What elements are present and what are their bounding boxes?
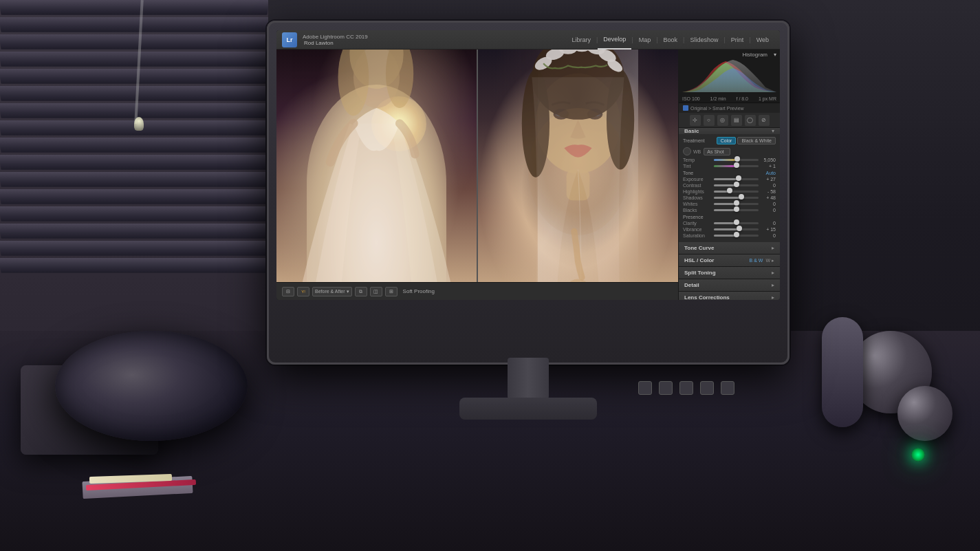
monitor-btn-1[interactable] [638,381,652,395]
clarity-value: 0 [761,221,776,226]
nav-map[interactable]: Map [633,30,657,50]
tone-curve-section[interactable]: Tone Curve ▸ [679,242,780,255]
monitor-stand-neck [508,358,549,399]
split-toning-section[interactable]: Split Toning ▸ [679,267,780,279]
contrast-track[interactable] [714,184,759,186]
basic-panel-content: Treatment Color Black & White WB As Shot [679,134,780,242]
monitor-btn-2[interactable] [659,381,673,395]
histogram-svg [682,58,776,92]
wb-picker-icon[interactable] [683,147,691,155]
nav-library[interactable]: Library [566,30,596,50]
compare-btn-1[interactable]: ⧉ [355,287,367,296]
basic-panel-arrow-icon: ▾ [772,128,774,134]
blind-slat [0,258,268,273]
nav-web[interactable]: Web [751,30,774,50]
lens-corrections-section[interactable]: Lens Corrections ▸ [679,292,780,300]
contrast-value: 0 [761,183,776,188]
tone-auto-btn[interactable]: Auto [766,171,776,175]
blind-slat [0,206,268,222]
highlights-thumb[interactable] [727,188,732,193]
channel-btn[interactable]: Y! [297,287,309,296]
detail-section[interactable]: Detail ▸ [679,279,780,292]
clarity-label: Clarity [683,221,712,226]
tint-fill [714,165,737,167]
detail-title: Detail [684,282,772,288]
blind-slat [0,224,268,239]
whites-value: 0 [761,202,776,206]
blacks-value: 0 [761,208,776,213]
hsl-color-section[interactable]: HSL / Color B & W W ▸ [679,255,780,267]
wb-dropdown[interactable]: As Shot [704,148,730,155]
exposure-track[interactable] [714,178,759,180]
before-after-dropdown[interactable]: Before & After ▾ [312,287,352,296]
adjustment-brush-tool[interactable]: ⊘ [759,115,770,126]
highlights-label: Highlights [683,189,712,194]
color-treatment-btn[interactable]: Color [717,137,737,144]
bride-svg-left [276,50,477,282]
shadows-track[interactable] [714,197,759,199]
temp-thumb[interactable] [734,156,740,162]
saturation-track[interactable] [714,235,759,237]
blacks-label: Blacks [683,208,712,213]
fstop-label: f / 8.0 [737,96,749,101]
basic-panel-header[interactable]: Basic ▾ [679,128,780,134]
photo-before [276,50,478,282]
hsl-sub-label: B & W [750,258,763,263]
tone-section: Tone Auto [683,171,776,175]
contrast-thumb[interactable] [734,182,739,187]
smart-preview-checkbox[interactable] [683,105,688,111]
nav-slideshow[interactable]: Slideshow [684,30,723,50]
shadows-thumb[interactable] [739,194,744,199]
nav-book[interactable]: Book [658,30,684,50]
bride-svg-right [478,50,678,282]
view-mode-btn[interactable]: ⊟ [282,287,294,296]
bw-treatment-btn[interactable]: Black & White [737,137,776,144]
logo-text: Lr [287,36,293,43]
crop-tool[interactable]: ⊹ [690,115,701,126]
lens-corrections-arrow-icon: ▸ [772,294,774,300]
tint-value: + 1 [761,164,776,169]
blind-slat [0,69,268,84]
treatment-row: Treatment Color Black & White [683,137,776,144]
graduated-filter-tool[interactable]: ▤ [731,115,742,126]
whites-track[interactable] [714,203,759,205]
lightroom-ui: Lr Adobe Lightroom CC 2019 Rod Lawton Li… [276,30,780,300]
lr-logo: Lr [282,32,297,47]
spot-removal-tool[interactable]: ○ [704,115,715,126]
tint-track[interactable] [714,165,759,167]
tint-slider-row: Tint + 1 [683,164,776,169]
tint-label: Tint [683,164,712,169]
vibrance-thumb[interactable] [737,226,742,231]
saturation-thumb[interactable] [734,232,739,237]
highlights-track[interactable] [714,191,759,193]
histogram-collapse-icon[interactable]: ▾ [774,52,776,58]
dropdown-arrow-icon: ▾ [347,289,349,294]
monitor-btn-3[interactable] [679,381,693,395]
redeye-tool[interactable]: ◎ [717,115,728,126]
exposure-thumb[interactable] [736,175,741,181]
monitor-btn-4[interactable] [700,381,714,395]
tone-label: Tone [683,171,766,175]
main-area: ⊟ Y! Before & After ▾ ⧉ ◫ ⊞ Soft Proofin… [276,50,780,300]
compare-btn-3[interactable]: ⊞ [385,287,398,296]
svg-point-2 [338,50,369,116]
tint-thumb[interactable] [734,162,739,168]
blacks-thumb[interactable] [734,206,739,212]
monitor-btn-5[interactable] [721,381,734,395]
clarity-thumb[interactable] [734,219,739,225]
monitor-stand-base [459,398,597,420]
nav-develop[interactable]: Develop [598,30,631,50]
whites-thumb[interactable] [734,200,739,206]
clarity-track[interactable] [714,222,759,224]
presence-label: Presence [683,215,776,219]
temp-track[interactable] [714,159,759,161]
radial-filter-tool[interactable]: ◯ [745,115,756,126]
vibrance-track[interactable] [714,228,759,230]
blind-slat [0,172,268,187]
blacks-track[interactable] [714,209,759,211]
histogram-title: Histogram [743,52,767,58]
shadows-value: + 48 [761,195,776,200]
compare-btn-2[interactable]: ◫ [370,287,382,296]
nav-print[interactable]: Print [726,30,750,50]
bottom-toolbar: ⊟ Y! Before & After ▾ ⧉ ◫ ⊞ Soft Proofin… [276,282,678,300]
